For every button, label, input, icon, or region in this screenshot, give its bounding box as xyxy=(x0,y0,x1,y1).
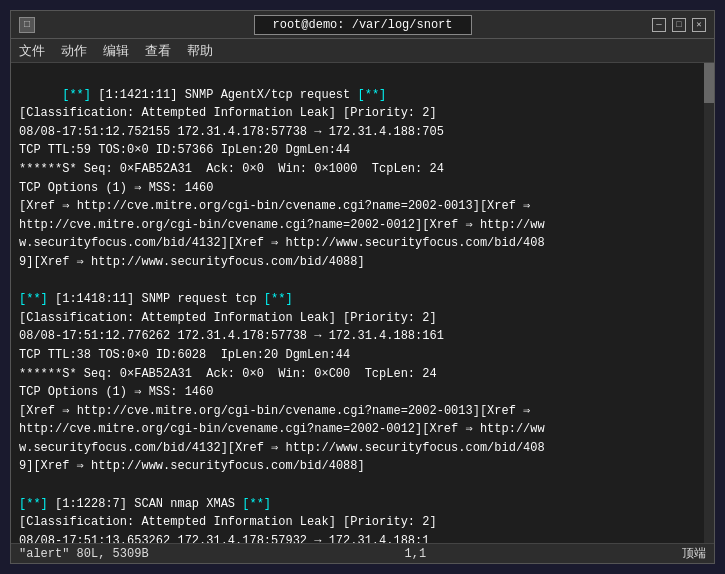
title-bar: □ root@demo: /var/log/snort ─ □ ✕ xyxy=(11,11,714,39)
terminal-window: □ root@demo: /var/log/snort ─ □ ✕ 文件 动作 … xyxy=(10,10,715,564)
window-icon: □ xyxy=(19,17,35,33)
title-bar-controls: ─ □ ✕ xyxy=(652,18,706,32)
menu-view[interactable]: 查看 xyxy=(145,42,171,60)
terminal-output: [**] [1:1421:11] SNMP AgentX/tcp request… xyxy=(19,67,706,543)
status-bar: "alert" 80L, 5309B 1,1 顶端 xyxy=(11,543,714,563)
status-right: 顶端 xyxy=(682,545,706,562)
menu-help[interactable]: 帮助 xyxy=(187,42,213,60)
scrollbar-thumb[interactable] xyxy=(704,63,714,103)
title-bar-left: □ xyxy=(19,17,41,33)
status-middle: 1,1 xyxy=(405,547,427,561)
status-left: "alert" 80L, 5309B xyxy=(19,547,149,561)
close-button[interactable]: ✕ xyxy=(692,18,706,32)
title-bar-title: root@demo: /var/log/snort xyxy=(253,15,471,35)
menu-edit[interactable]: 编辑 xyxy=(103,42,129,60)
menu-file[interactable]: 文件 xyxy=(19,42,45,60)
menu-bar: 文件 动作 编辑 查看 帮助 xyxy=(11,39,714,63)
scrollbar[interactable] xyxy=(704,63,714,543)
minimize-button[interactable]: ─ xyxy=(652,18,666,32)
terminal-body[interactable]: [**] [1:1421:11] SNMP AgentX/tcp request… xyxy=(11,63,714,543)
maximize-button[interactable]: □ xyxy=(672,18,686,32)
menu-action[interactable]: 动作 xyxy=(61,42,87,60)
